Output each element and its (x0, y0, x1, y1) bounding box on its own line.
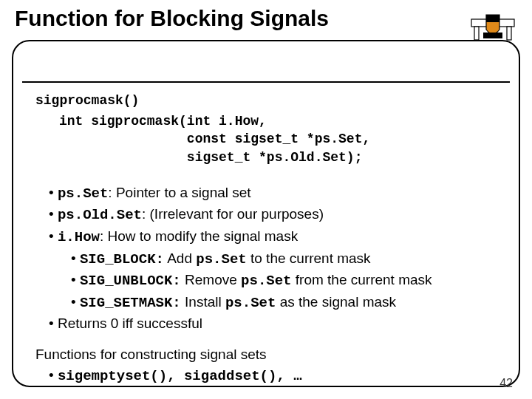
code-sigsetmask: SIG_SETMASK: (80, 295, 181, 311)
text-ihow: : How to modify the signal mask (100, 228, 298, 244)
text-sigsetmask-post: as the signal mask (276, 294, 396, 310)
text-sigblock-pre: Add (164, 250, 196, 266)
footer-fns: sigemptyset(), sigaddset(), … (58, 368, 302, 384)
svg-rect-1 (474, 27, 479, 40)
code-sigblock: SIG_BLOCK: (80, 251, 164, 267)
text-returns: Returns 0 iff successful (58, 316, 202, 331)
princeton-crest-icon (470, 7, 516, 44)
content-area: sigprocmask() int sigprocmask(int i.How,… (35, 93, 497, 334)
page-number: 42 (499, 377, 513, 390)
signature-line-3: sigset_t *ps.Old.Set); (59, 149, 497, 166)
code-ihow: i.How (58, 229, 100, 245)
title-underline (22, 81, 510, 83)
bullet-sigunblock: SIG_UNBLOCK: Remove ps.Set from the curr… (71, 270, 497, 292)
svg-rect-2 (507, 27, 511, 40)
code-sigblock-arg: ps.Set (196, 251, 246, 267)
bullet-list: ps.Set: Pointer to a signal set ps.Old.S… (35, 183, 497, 334)
svg-rect-3 (483, 33, 502, 38)
text-sigunblock-post: from the current mask (292, 272, 432, 287)
bullet-psold: ps.Old.Set: (Irrelevant for our purposes… (49, 204, 497, 226)
code-sigsetmask-arg: ps.Set (225, 295, 276, 311)
code-sigunblock: SIG_UNBLOCK: (80, 273, 181, 289)
bullet-sigblock: SIG_BLOCK: Add ps.Set to the current mas… (71, 248, 497, 270)
signature-line-1: int sigprocmask(int i.How, (59, 112, 497, 130)
bullet-ihow: i.How: How to modify the signal mask (49, 226, 497, 248)
bullet-returns: Returns 0 iff successful (49, 313, 497, 334)
text-psset: : Pointer to a signal set (108, 185, 250, 200)
bullet-sigsetmask: SIG_SETMASK: Install ps.Set as the signa… (71, 292, 497, 314)
slide-title: Function for Blocking Signals (12, 6, 332, 31)
text-sigunblock-pre: Remove (181, 272, 241, 287)
text-sigblock-post: to the current mask (247, 250, 371, 266)
footer-bullet: • sigemptyset(), sigaddset(), … (49, 365, 302, 387)
footer-block: Functions for constructing signal sets •… (35, 344, 302, 386)
slide-frame: sigprocmask() int sigprocmask(int i.How,… (12, 40, 520, 387)
code-psold: ps.Old.Set (58, 207, 142, 223)
footer-line-1: Functions for constructing signal sets (35, 344, 302, 365)
code-psset: ps.Set (58, 185, 108, 202)
code-sigunblock-arg: ps.Set (241, 273, 291, 289)
bullet-psset: ps.Set: Pointer to a signal set (49, 183, 497, 205)
signature-line-2: const sigset_t *ps.Set, (59, 130, 497, 148)
text-sigsetmask-pre: Install (181, 294, 225, 310)
text-psold: : (Irrelevant for our purposes) (142, 206, 324, 222)
function-name: sigprocmask() (35, 93, 497, 108)
